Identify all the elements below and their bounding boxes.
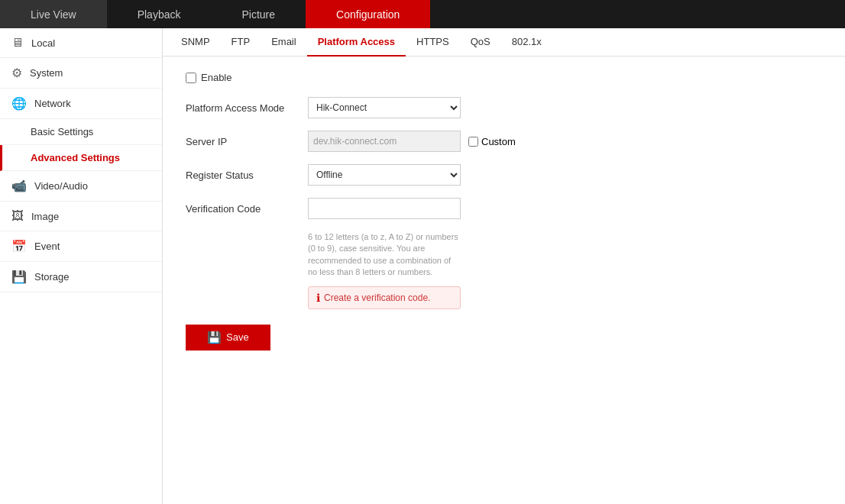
save-label: Save bbox=[226, 331, 249, 343]
save-icon: 💾 bbox=[207, 331, 222, 344]
nav-configuration[interactable]: Configuration bbox=[306, 0, 430, 28]
main-content: SNMP FTP Email Platform Access HTTPS QoS… bbox=[163, 28, 845, 504]
monitor-icon: 🖥 bbox=[11, 36, 24, 50]
custom-checkbox[interactable] bbox=[468, 137, 478, 147]
tab-https[interactable]: HTTPS bbox=[406, 28, 460, 57]
tab-email[interactable]: Email bbox=[261, 28, 307, 57]
tab-snmp[interactable]: SNMP bbox=[170, 28, 221, 57]
custom-label[interactable]: Custom bbox=[481, 136, 516, 147]
storage-icon: 💾 bbox=[11, 270, 27, 284]
gear-icon: ⚙ bbox=[11, 66, 22, 80]
sidebar-section-advanced-settings[interactable]: Advanced Settings bbox=[0, 145, 162, 171]
platform-access-mode-label: Platform Access Mode bbox=[186, 102, 308, 114]
top-navigation: Live View Playback Picture Configuration bbox=[0, 0, 845, 28]
sidebar: 🖥 Local ⚙ System 🌐 Network Basic Setting… bbox=[0, 28, 163, 504]
tab-8021x[interactable]: 802.1x bbox=[501, 28, 552, 57]
sidebar-label-network: Network bbox=[34, 98, 71, 109]
custom-checkbox-container: Custom bbox=[468, 136, 516, 147]
sidebar-label-local: Local bbox=[31, 37, 55, 49]
verification-code-label: Verification Code bbox=[186, 203, 308, 215]
sidebar-label-storage: Storage bbox=[34, 271, 70, 283]
register-status-row: Register Status Offline Online bbox=[186, 164, 822, 186]
sidebar-label-video-audio: Video/Audio bbox=[34, 180, 88, 192]
tab-ftp[interactable]: FTP bbox=[221, 28, 261, 57]
verification-code-input[interactable] bbox=[308, 198, 461, 219]
video-icon: 📹 bbox=[11, 179, 27, 193]
server-ip-row: Server IP Custom bbox=[186, 131, 822, 152]
main-layout: 🖥 Local ⚙ System 🌐 Network Basic Setting… bbox=[0, 28, 845, 504]
nav-playback[interactable]: Playback bbox=[107, 0, 212, 28]
save-button[interactable]: 💾 Save bbox=[186, 325, 270, 351]
nav-live-view[interactable]: Live View bbox=[0, 0, 107, 28]
enable-checkbox[interactable] bbox=[186, 73, 196, 83]
sidebar-item-video-audio[interactable]: 📹 Video/Audio bbox=[0, 171, 162, 202]
sidebar-item-network[interactable]: 🌐 Network bbox=[0, 89, 162, 119]
verify-code-notice: ℹ Create a verification code. bbox=[308, 286, 461, 309]
server-ip-input[interactable] bbox=[308, 131, 461, 152]
sidebar-label-system: System bbox=[30, 67, 63, 79]
register-status-label: Register Status bbox=[186, 170, 308, 181]
tab-qos[interactable]: QoS bbox=[460, 28, 501, 57]
verify-code-notice-text[interactable]: Create a verification code. bbox=[324, 292, 430, 303]
info-icon: ℹ bbox=[316, 292, 320, 304]
platform-access-mode-row: Platform Access Mode Hik-Connect bbox=[186, 97, 822, 118]
sidebar-label-image: Image bbox=[31, 211, 59, 222]
platform-access-mode-select[interactable]: Hik-Connect bbox=[308, 97, 461, 118]
image-icon: 🖼 bbox=[11, 209, 24, 223]
sidebar-item-event[interactable]: 📅 Event bbox=[0, 231, 162, 262]
enable-label[interactable]: Enable bbox=[201, 72, 231, 83]
sidebar-label-event: Event bbox=[34, 241, 60, 252]
tab-bar: SNMP FTP Email Platform Access HTTPS QoS… bbox=[163, 28, 845, 57]
event-icon: 📅 bbox=[11, 239, 27, 254]
sidebar-item-storage[interactable]: 💾 Storage bbox=[0, 262, 162, 292]
sidebar-item-image[interactable]: 🖼 Image bbox=[0, 202, 162, 231]
network-icon: 🌐 bbox=[11, 96, 27, 111]
enable-row: Enable bbox=[186, 72, 822, 83]
nav-picture[interactable]: Picture bbox=[211, 0, 306, 28]
verification-hint-text: 6 to 12 letters (a to z, A to Z) or numb… bbox=[308, 231, 461, 279]
platform-access-form: Enable Platform Access Mode Hik-Connect … bbox=[163, 57, 845, 366]
tab-platform-access[interactable]: Platform Access bbox=[307, 28, 406, 57]
sidebar-item-local[interactable]: 🖥 Local bbox=[0, 28, 162, 58]
server-ip-label: Server IP bbox=[186, 136, 308, 147]
sidebar-section-basic-settings[interactable]: Basic Settings bbox=[0, 119, 162, 145]
verification-code-row: Verification Code bbox=[186, 198, 822, 219]
sidebar-item-system[interactable]: ⚙ System bbox=[0, 58, 162, 89]
register-status-select[interactable]: Offline Online bbox=[308, 164, 461, 186]
